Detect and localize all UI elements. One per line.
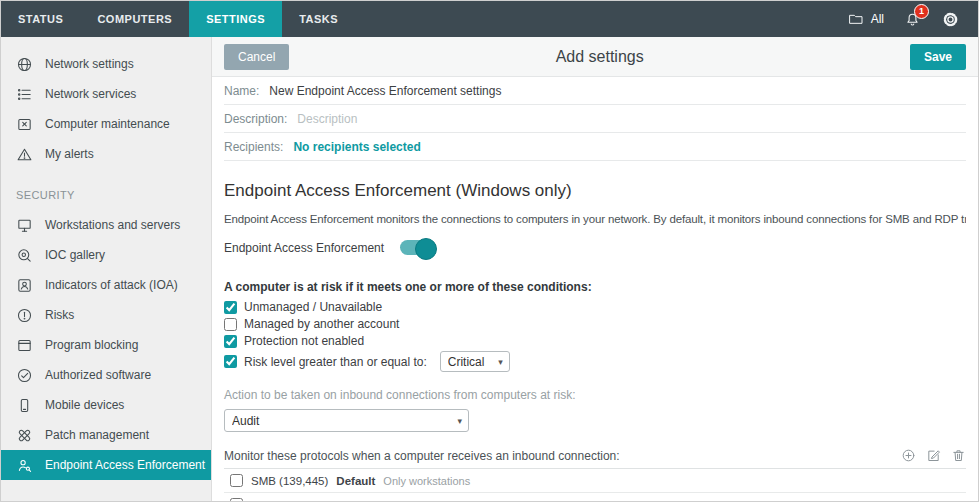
description-input[interactable]: [297, 112, 966, 126]
protocol-note: Only workstations: [367, 499, 454, 502]
sidebar-item-program-blocking[interactable]: Program blocking: [1, 330, 211, 360]
panel-header: Cancel Add settings Save: [212, 37, 978, 77]
sidebar-item-label: Mobile devices: [45, 398, 124, 412]
page-title: Add settings: [289, 48, 910, 66]
sidebar-section-security: SECURITY: [16, 189, 196, 201]
sidebar-item-risks[interactable]: Risks: [1, 300, 211, 330]
sidebar-item-ioc-gallery[interactable]: IOC gallery: [1, 240, 211, 270]
sidebar-item-authorized-software[interactable]: Authorized software: [1, 360, 211, 390]
screen-x-icon: [16, 116, 33, 133]
add-settings-panel: Cancel Add settings Save Name: Descripti…: [211, 37, 978, 501]
sidebar-item-label: Network settings: [45, 57, 134, 71]
notification-badge: 1: [914, 4, 929, 19]
condition-risk-level-checkbox[interactable]: [224, 355, 237, 368]
settings-content: Endpoint Access Enforcement (Windows onl…: [212, 161, 978, 501]
patch-icon: [16, 427, 33, 444]
sidebar-item-label: Program blocking: [45, 338, 138, 352]
action-label: Action to be taken on inbound connection…: [224, 388, 966, 402]
sidebar-item-my-alerts[interactable]: My alerts: [1, 139, 211, 169]
recipients-label: Recipients:: [224, 140, 283, 154]
condition-managed-other-account-checkbox[interactable]: [224, 318, 237, 331]
action-select[interactable]: Audit: [224, 409, 469, 432]
sidebar-item-label: Network services: [45, 87, 136, 101]
enforcement-toggle-row: Endpoint Access Enforcement: [224, 240, 966, 255]
sidebar-item-label: Workstations and servers: [45, 218, 180, 232]
tab-computers[interactable]: COMPUTERS: [80, 1, 189, 37]
alert-triangle-icon: [16, 146, 33, 163]
settings-sidebar: Network settings Network services Comput…: [1, 37, 211, 501]
main-tabs: STATUS COMPUTERS SETTINGS TASKS: [1, 1, 355, 37]
topnav-actions: All 1: [848, 1, 978, 37]
description-row: Description:: [224, 105, 966, 133]
window-icon: [16, 337, 33, 354]
smb-checkbox[interactable]: [230, 474, 243, 487]
section-intro: Endpoint Access Enforcement monitors the…: [224, 213, 966, 225]
sidebar-item-label: My alerts: [45, 147, 94, 161]
sidebar-item-label: Risks: [45, 308, 74, 322]
condition-unmanaged: Unmanaged / Unavailable: [224, 300, 966, 314]
magnifier-target-icon: [16, 247, 33, 264]
condition-risk-level: Risk level greater than or equal to: Cri…: [224, 351, 966, 372]
protocols-label: Monitor these protocols when a computer …: [224, 449, 620, 463]
sidebar-item-label: IOC gallery: [45, 248, 105, 262]
globe-icon: [16, 56, 33, 73]
person-badge-icon: [16, 277, 33, 294]
tab-tasks[interactable]: TASKS: [282, 1, 355, 37]
condition-protection-not-enabled: Protection not enabled: [224, 334, 966, 348]
protocol-name: SMB (139,445): [251, 475, 328, 487]
recipients-link[interactable]: No recipients selected: [293, 140, 420, 154]
delete-protocol-icon[interactable]: [951, 448, 966, 463]
risk-level-select[interactable]: Critical: [440, 351, 510, 372]
save-button[interactable]: Save: [910, 44, 966, 70]
sidebar-item-indicators-of-attack[interactable]: Indicators of attack (IOA): [1, 270, 211, 300]
sidebar-item-label: Indicators of attack (IOA): [45, 278, 178, 292]
group-filter-label: All: [871, 12, 884, 26]
conditions-heading: A computer is at risk if it meets one or…: [224, 280, 966, 294]
enforcement-toggle-label: Endpoint Access Enforcement: [224, 241, 384, 255]
section-title: Endpoint Access Enforcement (Windows onl…: [224, 181, 966, 201]
sidebar-item-label: Endpoint Access Enforcement: [45, 458, 205, 472]
table-row-rdp[interactable]: RDP (3389) Default Only workstations: [224, 493, 966, 501]
protocol-default-badge: Default: [336, 475, 375, 487]
protocol-name: RDP (3389): [251, 499, 312, 502]
list-icon: [16, 86, 33, 103]
group-filter-button[interactable]: All: [848, 11, 884, 27]
person-key-icon: [16, 457, 33, 474]
protocol-note: Only workstations: [383, 475, 470, 487]
name-label: Name:: [224, 84, 259, 98]
edit-protocol-icon[interactable]: [926, 448, 941, 463]
monitor-icon: [16, 217, 33, 234]
folder-icon: [848, 11, 864, 27]
sidebar-item-network-services[interactable]: Network services: [1, 79, 211, 109]
sidebar-item-network-settings[interactable]: Network settings: [1, 49, 211, 79]
condition-label: Risk level greater than or equal to:: [244, 355, 427, 369]
sidebar-item-label: Computer maintenance: [45, 117, 170, 131]
enforcement-toggle[interactable]: [400, 240, 436, 255]
notifications-button[interactable]: 1: [904, 11, 921, 28]
sidebar-item-mobile-devices[interactable]: Mobile devices: [1, 390, 211, 420]
tab-settings[interactable]: SETTINGS: [189, 1, 282, 37]
top-navbar: STATUS COMPUTERS SETTINGS TASKS All 1: [1, 1, 978, 37]
condition-unmanaged-checkbox[interactable]: [224, 301, 237, 314]
condition-managed-other-account: Managed by another account: [224, 317, 966, 331]
app-window: STATUS COMPUTERS SETTINGS TASKS All 1: [0, 0, 979, 502]
sidebar-item-endpoint-access-enforcement[interactable]: Endpoint Access Enforcement: [1, 450, 211, 480]
add-protocol-icon[interactable]: [901, 448, 916, 463]
rdp-checkbox[interactable]: [230, 498, 243, 501]
condition-protection-not-enabled-checkbox[interactable]: [224, 335, 237, 348]
sidebar-item-computer-maintenance[interactable]: Computer maintenance: [1, 109, 211, 139]
sidebar-item-label: Patch management: [45, 428, 149, 442]
protocol-default-badge: Default: [320, 499, 359, 502]
name-input[interactable]: [269, 84, 966, 98]
check-circle-icon: [16, 367, 33, 384]
cancel-button[interactable]: Cancel: [224, 44, 289, 70]
sidebar-item-workstations-and-servers[interactable]: Workstations and servers: [1, 210, 211, 240]
condition-label: Managed by another account: [244, 317, 399, 331]
table-row-smb[interactable]: SMB (139,445) Default Only workstations: [224, 469, 966, 493]
tab-status[interactable]: STATUS: [1, 1, 80, 37]
sidebar-item-label: Authorized software: [45, 368, 151, 382]
sidebar-item-patch-management[interactable]: Patch management: [1, 420, 211, 450]
phone-icon: [16, 397, 33, 414]
web-console-settings-button[interactable]: [941, 10, 960, 29]
condition-label: Protection not enabled: [244, 334, 364, 348]
